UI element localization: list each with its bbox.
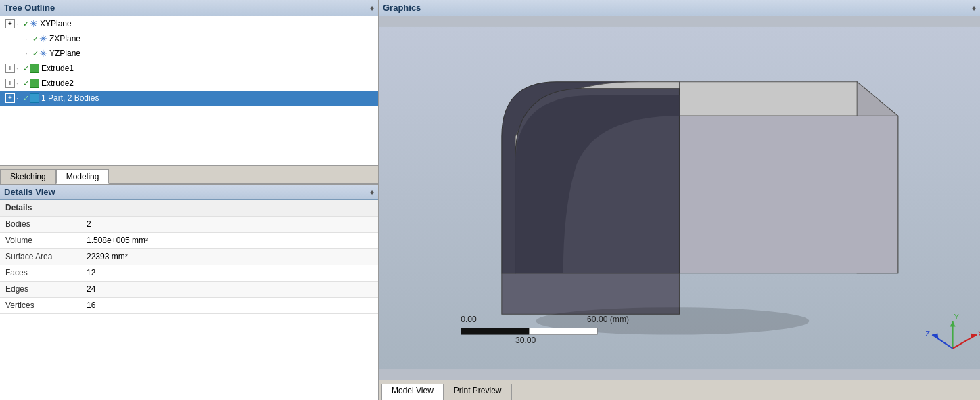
tree-line-e2: · [16, 80, 23, 87]
tab-modeling[interactable]: Modeling [56, 169, 110, 184]
check-yzplane: ✓ [32, 49, 39, 58]
tree-outline-content: · ✓ ✳ XYPlane · ✓ ✳ ZXPlane · ✓ ✳ YZPlan… [0, 16, 378, 165]
tree-outline-header: Tree Outline ♦ [0, 0, 378, 16]
check-extrude2: ✓ [23, 79, 29, 88]
tree-item-xyplane[interactable]: · ✓ ✳ XYPlane [0, 16, 378, 31]
svg-marker-3 [680, 116, 898, 273]
graphics-viewport[interactable]: 0.00 60.00 (mm) 30.00 Y X Z [379, 16, 980, 380]
details-section-header: Details [0, 200, 378, 216]
details-label-faces: Faces [0, 265, 81, 281]
details-content: Details Bodies 2 Volume 1.508e+005 mm³ S… [0, 200, 378, 400]
icon-xyplane: ✳ [30, 18, 38, 29]
details-row-bodies: Bodies 2 [0, 216, 378, 232]
tree-line-yz: · [26, 50, 32, 58]
details-label-vertices: Vertices [0, 297, 81, 313]
tree-line-b: · [16, 95, 23, 102]
graphics-title: Graphics [383, 3, 421, 13]
details-section-label: Details [0, 200, 378, 216]
tree-toggle-xyplane[interactable] [5, 19, 15, 28]
icon-bodies [30, 93, 39, 103]
svg-rect-9 [529, 328, 597, 334]
details-view-title: Details View [4, 187, 55, 197]
details-table: Details Bodies 2 Volume 1.508e+005 mm³ S… [0, 200, 378, 314]
details-row-surface: Surface Area 22393 mm² [0, 248, 378, 265]
svg-rect-8 [461, 328, 529, 334]
label-bodies: 1 Part, 2 Bodies [41, 93, 99, 103]
details-row-volume: Volume 1.508e+005 mm³ [0, 232, 378, 248]
svg-text:Y: Y [954, 313, 960, 321]
bottom-tabs: Model View Print Preview [379, 380, 980, 400]
spacer-zxplane [15, 34, 24, 43]
details-value-edges: 24 [81, 281, 378, 297]
tree-outline-title: Tree Outline [4, 3, 55, 13]
mode-tabs: Sketching Modeling [0, 165, 378, 183]
tab-model-view[interactable]: Model View [381, 384, 444, 400]
tab-sketching[interactable]: Sketching [0, 169, 56, 184]
graphics-header: Graphics ♦ [379, 0, 980, 16]
details-value-vertices: 16 [81, 297, 378, 313]
details-label-surface: Surface Area [0, 248, 81, 265]
tree-outline-pin[interactable]: ♦ [370, 3, 374, 13]
tree-item-zxplane[interactable]: · ✓ ✳ ZXPlane [0, 31, 378, 46]
label-zxplane: ZXPlane [49, 34, 80, 43]
tree-toggle-extrude1[interactable] [5, 64, 15, 73]
tree-item-extrude2[interactable]: · ✓ Extrude2 [0, 76, 378, 91]
details-view-pin[interactable]: ♦ [370, 187, 374, 197]
tree-item-yzplane[interactable]: · ✓ ✳ YZPlane [0, 46, 378, 61]
model-svg: 0.00 60.00 (mm) 30.00 Y X Z [379, 16, 980, 380]
label-yzplane: YZPlane [49, 49, 80, 58]
spacer-yzplane [15, 49, 24, 58]
icon-extrude2 [30, 79, 39, 88]
details-row-edges: Edges 24 [0, 281, 378, 297]
details-label-volume: Volume [0, 232, 81, 248]
tree-line-zx: · [26, 35, 32, 43]
icon-yzplane: ✳ [39, 48, 47, 59]
check-xyplane: ✓ [23, 20, 29, 28]
label-extrude2: Extrude2 [41, 79, 74, 88]
details-value-bodies: 2 [81, 216, 378, 232]
tree-toggle-extrude2[interactable] [5, 79, 15, 88]
details-label-bodies: Bodies [0, 216, 81, 232]
tree-line-xy: · [16, 20, 23, 28]
svg-text:30.00: 30.00 [515, 336, 536, 345]
right-panel: Graphics ♦ [379, 0, 980, 400]
left-panel: Tree Outline ♦ · ✓ ✳ XYPlane · ✓ ✳ ZXPla… [0, 0, 379, 400]
details-value-volume: 1.508e+005 mm³ [81, 232, 378, 248]
tree-item-extrude1[interactable]: · ✓ Extrude1 [0, 61, 378, 76]
check-extrude1: ✓ [23, 64, 29, 73]
tree-item-bodies[interactable]: · ✓ 1 Part, 2 Bodies [0, 91, 378, 106]
details-value-faces: 12 [81, 265, 378, 281]
details-value-surface: 22393 mm² [81, 248, 378, 265]
details-label-edges: Edges [0, 281, 81, 297]
label-xyplane: XYPlane [40, 19, 72, 28]
label-extrude1: Extrude1 [41, 64, 74, 73]
icon-zxplane: ✳ [39, 33, 47, 44]
details-row-faces: Faces 12 [0, 265, 378, 281]
check-bodies: ✓ [23, 94, 29, 103]
tab-print-preview[interactable]: Print Preview [444, 384, 512, 400]
tree-line-e1: · [16, 65, 23, 72]
tree-scroll-area[interactable]: · ✓ ✳ XYPlane · ✓ ✳ ZXPlane · ✓ ✳ YZPlan… [0, 16, 378, 165]
tree-toggle-bodies[interactable] [5, 93, 15, 103]
icon-extrude1 [30, 64, 39, 73]
details-view-header: Details View ♦ [0, 183, 378, 200]
graphics-pin[interactable]: ♦ [972, 3, 976, 13]
details-row-vertices: Vertices 16 [0, 297, 378, 313]
svg-text:0.00: 0.00 [461, 315, 477, 324]
svg-text:Z: Z [925, 330, 930, 338]
check-zxplane: ✓ [32, 35, 39, 43]
svg-text:60.00 (mm): 60.00 (mm) [587, 315, 629, 324]
